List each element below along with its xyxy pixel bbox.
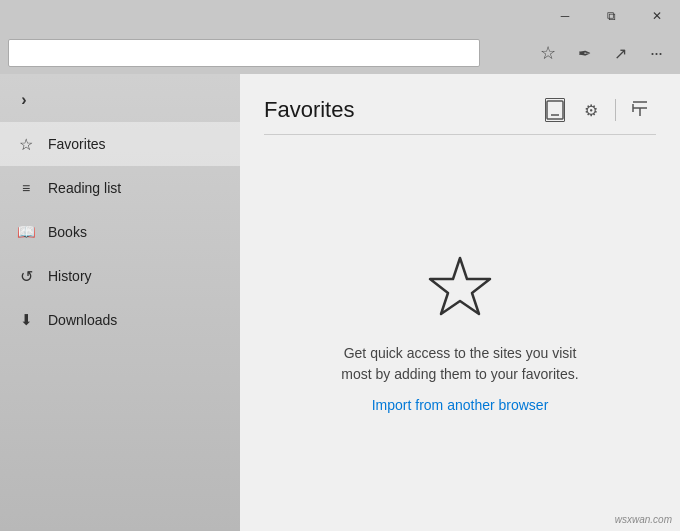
pin-button[interactable] bbox=[624, 94, 656, 126]
reading-mode-button[interactable] bbox=[539, 94, 571, 126]
reading-list-icon: ≡ bbox=[16, 180, 36, 196]
svg-marker-6 bbox=[430, 258, 490, 314]
minimize-button[interactable]: ─ bbox=[542, 0, 588, 32]
address-bar[interactable] bbox=[8, 39, 480, 67]
sidebar: › ☆ Favorites ≡ Reading list 📖 Books ↺ H… bbox=[0, 74, 240, 531]
import-from-browser-link[interactable]: Import from another browser bbox=[372, 397, 549, 413]
share-toolbar-button[interactable]: ↗ bbox=[604, 37, 636, 69]
favorites-panel: Favorites ⚙ bbox=[240, 74, 680, 531]
panel-body: Get quick access to the sites you visit … bbox=[240, 135, 680, 531]
sidebar-item-books[interactable]: 📖 Books bbox=[0, 210, 240, 254]
sidebar-item-history[interactable]: ↺ History bbox=[0, 254, 240, 298]
title-bar-controls: ─ ⧉ ✕ bbox=[542, 0, 680, 32]
sidebar-label-books: Books bbox=[48, 224, 87, 240]
favorites-icon: ☆ bbox=[16, 135, 36, 154]
watermark: wsxwan.com bbox=[615, 514, 672, 525]
share-icon: ↗ bbox=[614, 44, 627, 63]
toolbar-icons: ☆ ✒ ↗ ··· bbox=[532, 37, 672, 69]
gear-icon: ⚙ bbox=[584, 101, 598, 120]
pen-toolbar-button[interactable]: ✒ bbox=[568, 37, 600, 69]
sidebar-item-downloads[interactable]: ⬇ Downloads bbox=[0, 298, 240, 342]
panel-title: Favorites bbox=[264, 97, 354, 123]
sidebar-label-downloads: Downloads bbox=[48, 312, 117, 328]
downloads-icon: ⬇ bbox=[16, 311, 36, 329]
main-content: › ☆ Favorites ≡ Reading list 📖 Books ↺ H… bbox=[0, 74, 680, 531]
sidebar-label-favorites: Favorites bbox=[48, 136, 106, 152]
panel-header: Favorites ⚙ bbox=[240, 74, 680, 126]
pen-icon: ✒ bbox=[578, 44, 591, 63]
reading-mode-icon bbox=[545, 98, 565, 122]
sidebar-label-history: History bbox=[48, 268, 92, 284]
empty-state-star-icon bbox=[425, 253, 495, 323]
favorite-toolbar-button[interactable]: ☆ bbox=[532, 37, 564, 69]
settings-button[interactable]: ⚙ bbox=[575, 94, 607, 126]
close-button[interactable]: ✕ bbox=[634, 0, 680, 32]
sidebar-item-reading-list[interactable]: ≡ Reading list bbox=[0, 166, 240, 210]
history-icon: ↺ bbox=[16, 267, 36, 286]
title-bar: ─ ⧉ ✕ bbox=[0, 0, 680, 32]
favorite-star-icon: ☆ bbox=[540, 42, 556, 64]
more-icon: ··· bbox=[650, 43, 662, 64]
maximize-button[interactable]: ⧉ bbox=[588, 0, 634, 32]
panel-header-icons: ⚙ bbox=[539, 94, 656, 126]
header-separator bbox=[615, 99, 616, 121]
browser-chrome: ☆ ✒ ↗ ··· bbox=[0, 32, 680, 74]
sidebar-label-reading-list: Reading list bbox=[48, 180, 121, 196]
books-icon: 📖 bbox=[16, 223, 36, 241]
empty-state-description: Get quick access to the sites you visit … bbox=[330, 343, 590, 385]
more-toolbar-button[interactable]: ··· bbox=[640, 37, 672, 69]
svg-rect-0 bbox=[547, 101, 563, 119]
sidebar-collapse-button[interactable]: › bbox=[4, 82, 44, 118]
sidebar-item-favorites[interactable]: ☆ Favorites bbox=[0, 122, 240, 166]
pin-icon bbox=[631, 98, 649, 123]
chevron-right-icon: › bbox=[21, 91, 26, 109]
